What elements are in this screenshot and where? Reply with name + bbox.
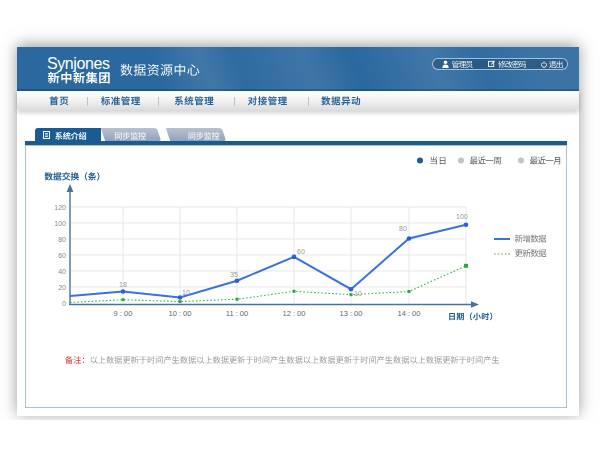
svg-text:12 : 00: 12 : 00 bbox=[283, 309, 306, 318]
svg-text:100: 100 bbox=[456, 213, 468, 220]
svg-text:40: 40 bbox=[58, 268, 66, 275]
svg-text:80: 80 bbox=[399, 225, 407, 232]
svg-text:14 : 00: 14 : 00 bbox=[398, 309, 421, 318]
svg-text:120: 120 bbox=[54, 204, 66, 211]
svg-text:20: 20 bbox=[58, 284, 66, 291]
svg-text:10: 10 bbox=[182, 289, 190, 296]
svg-text:10: 10 bbox=[354, 290, 362, 297]
svg-text:100: 100 bbox=[54, 220, 66, 227]
svg-text:80: 80 bbox=[58, 236, 66, 243]
svg-text:13 : 00: 13 : 00 bbox=[340, 309, 363, 318]
svg-text:60: 60 bbox=[297, 248, 305, 255]
svg-text:60: 60 bbox=[58, 252, 66, 259]
svg-text:35: 35 bbox=[230, 271, 238, 278]
svg-text:9 : 00: 9 : 00 bbox=[114, 309, 133, 318]
svg-text:0: 0 bbox=[62, 300, 66, 307]
svg-text:18: 18 bbox=[119, 281, 127, 288]
svg-text:10 : 00: 10 : 00 bbox=[169, 309, 192, 318]
svg-text:11 : 00: 11 : 00 bbox=[226, 309, 248, 318]
